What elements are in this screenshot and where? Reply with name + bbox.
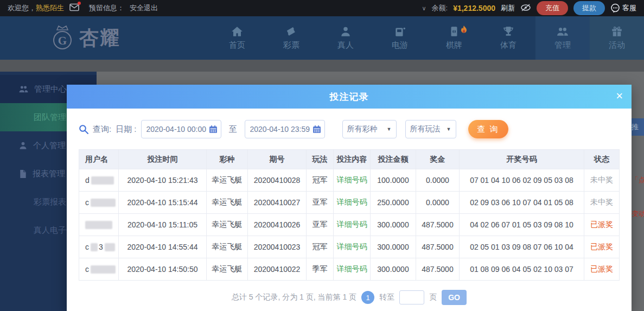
cell-draw-numbers: 07 01 04 10 06 02 09 05 03 08: [460, 169, 584, 191]
calendar-icon[interactable]: [313, 125, 321, 135]
table-row: c 2020-04-10 15:15:44 幸运飞艇 20200410027 亚…: [79, 192, 619, 214]
nav-item-live[interactable]: 真人: [318, 16, 373, 60]
lottery-type-select[interactable]: 所有彩种 ▼: [342, 120, 397, 138]
nav-item-label: 彩票: [283, 40, 299, 50]
customer-service-button[interactable]: 客服: [610, 3, 636, 13]
customer-service-label: 客服: [622, 3, 636, 13]
page-unit-label: 页: [429, 293, 437, 302]
cell-content: 详细号码: [334, 214, 371, 236]
goto-label: 转至: [379, 293, 394, 302]
balance-amount: ¥1,212.5000: [453, 4, 495, 12]
status-badge: 已派奖: [584, 236, 619, 258]
gift-icon: [611, 26, 623, 37]
brand-name: 杏耀: [79, 25, 120, 52]
deposit-button[interactable]: 充值: [537, 1, 568, 15]
cell-draw-numbers: 04 02 06 07 01 05 03 09 08 10: [460, 214, 584, 236]
close-icon[interactable]: ×: [616, 90, 623, 102]
cell-prize: 0.0000: [416, 169, 460, 191]
withdraw-button[interactable]: 提款: [573, 1, 605, 15]
mail-badge-dot: [78, 2, 81, 5]
main-nav: G 杏耀 首页 彩票 真人 电游 棋牌 体育: [0, 16, 644, 60]
date-to-field: [245, 120, 325, 138]
nav-item-label: 首页: [229, 40, 245, 50]
nav-item-egames[interactable]: 电游: [373, 16, 427, 60]
col-issue: 期号: [248, 150, 307, 169]
cell-bet-time: 2020-04-10 15:21:43: [119, 169, 207, 191]
sidebar-item-label: 个人管理: [33, 141, 66, 151]
cell-content: 详细号码: [334, 258, 371, 280]
cell-username: c: [79, 192, 119, 213]
masked-username: [91, 176, 114, 185]
cell-issue: 20200410028: [248, 169, 307, 191]
nav-item-home[interactable]: 首页: [210, 16, 264, 60]
cell-lottery: 幸运飞艇: [207, 214, 248, 236]
chevron-down-icon[interactable]: ∨: [422, 5, 426, 12]
dropdown-arrow-icon: ▼: [447, 126, 451, 132]
nav-item-boardgames[interactable]: 棋牌: [427, 16, 481, 60]
cell-username: c3: [79, 236, 119, 258]
cell-draw-numbers: 02 05 01 03 09 08 07 06 10 04: [460, 236, 584, 258]
detail-numbers-link[interactable]: 详细号码: [337, 242, 367, 252]
nav-item-manage[interactable]: 管理: [535, 16, 590, 60]
detail-numbers-link[interactable]: 详细号码: [337, 264, 367, 274]
search-button[interactable]: 查 询: [468, 120, 508, 138]
cell-username: c: [79, 258, 119, 280]
pagination-summary: 总计 5 个记录, 分为 1 页, 当前第 1 页: [232, 293, 356, 302]
page-background-strip: [0, 60, 644, 72]
document-icon: [18, 169, 27, 179]
refresh-button[interactable]: 刷新: [501, 3, 515, 13]
cell-issue: 20200410022: [248, 258, 307, 280]
person-icon: [340, 26, 352, 37]
col-status: 状态: [584, 150, 619, 169]
cell-lottery: 幸运飞艇: [207, 192, 248, 213]
detail-numbers-link[interactable]: 详细号码: [337, 220, 367, 230]
page-number-button[interactable]: 1: [361, 291, 374, 304]
nav-item-label: 真人: [337, 40, 354, 50]
table-row: c3 2020-04-10 14:55:44 幸运飞艇 20200410023 …: [79, 236, 619, 258]
calendar-icon[interactable]: [209, 125, 218, 135]
go-button[interactable]: GO: [442, 290, 467, 305]
status-badge: 未中奖: [584, 169, 619, 191]
sidebar-item-label: 管理中心: [34, 84, 67, 94]
cell-bet-time: 2020-04-10 14:50:50: [119, 258, 207, 280]
nav-item-label: 棋牌: [446, 40, 462, 50]
brand-logo[interactable]: G 杏耀: [50, 16, 120, 60]
detail-numbers-link[interactable]: 详细号码: [337, 175, 367, 185]
masked-username: [85, 221, 112, 229]
nav-item-label: 体育: [500, 40, 517, 50]
nav-item-label: 管理: [554, 40, 571, 50]
mail-icon[interactable]: [69, 3, 79, 13]
background-panel-fragment: 推: [632, 118, 644, 136]
cell-lottery: 幸运飞艇: [207, 169, 248, 191]
crown-badge-icon: G: [50, 24, 75, 52]
play-type-select[interactable]: 所有玩法 ▼: [405, 120, 456, 138]
cell-prize: 487.5000: [416, 214, 460, 236]
cell-issue: 20200410026: [248, 214, 307, 236]
nav-item-sports[interactable]: 体育: [481, 16, 535, 60]
table-row: d 2020-04-10 15:21:43 幸运飞艇 20200410028 冠…: [79, 169, 619, 192]
cell-bet-time: 2020-04-10 15:15:44: [119, 192, 207, 213]
eye-off-icon[interactable]: [520, 4, 531, 13]
top-bar: 欢迎您， 熟悉陌生 预留信息： 安全退出 ∨ 余额: ¥1,212.5000 刷…: [0, 0, 644, 16]
logout-link[interactable]: 安全退出: [130, 3, 158, 13]
cell-draw-numbers: 02 09 03 06 10 07 04 01 05 08: [460, 192, 584, 213]
sidebar-item-label: 彩票报表: [34, 197, 66, 207]
masked-username: [91, 199, 116, 207]
users-icon: [18, 85, 29, 93]
date-label: 日期 :: [116, 124, 136, 135]
cell-issue: 20200410027: [248, 192, 307, 213]
nav-item-lottery[interactable]: 彩票: [264, 16, 318, 60]
bet-records-modal: 投注记录 × 查询: 日期 : 至 所有彩种 ▼ 所有玩法: [67, 85, 632, 311]
table-row: 2020-04-10 15:11:05 幸运飞艇 20200410026 亚军 …: [79, 214, 619, 236]
goto-page-input[interactable]: [399, 290, 424, 304]
nav-item-label: 活动: [609, 40, 625, 50]
date-from-field: [141, 120, 221, 138]
bet-records-table: 用户名 投注时间 彩种 期号 玩法 投注内容 投注金额 奖金 开奖号码 状态 d…: [79, 149, 620, 281]
status-badge: 未中奖: [584, 192, 619, 213]
status-badge: 已派奖: [584, 214, 619, 236]
nav-menu: 首页 彩票 真人 电游 棋牌 体育 管理: [210, 16, 644, 60]
nav-item-promos[interactable]: 活动: [590, 16, 644, 60]
detail-numbers-link[interactable]: 详细号码: [337, 198, 367, 207]
ticket-icon: [285, 26, 297, 37]
status-badge: 已派奖: [584, 258, 619, 280]
